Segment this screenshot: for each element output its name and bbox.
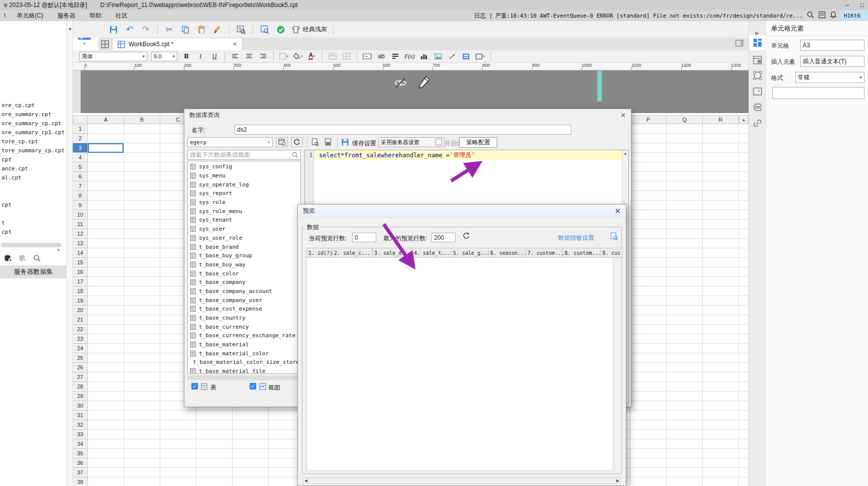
font-family-select[interactable]: 黑体▾ <box>79 52 147 61</box>
preview-column-header[interactable]: 3. sale_d... <box>373 248 412 258</box>
row-header-cell[interactable]: 2 <box>73 134 87 143</box>
row-header-cell[interactable]: 26 <box>73 363 87 372</box>
preview-dialog-close-icon[interactable]: ✕ <box>614 207 621 216</box>
column-header-cell[interactable]: A <box>88 116 124 124</box>
menu-cell[interactable]: 单元格(C) <box>10 10 50 21</box>
table-list-item[interactable]: t_base_company <box>188 278 300 287</box>
column-header-cell[interactable]: Q <box>667 116 703 124</box>
maximize-button[interactable]: □ <box>860 2 864 9</box>
row-header-cell[interactable]: 35 <box>73 449 87 458</box>
cache-save-icon[interactable] <box>339 137 351 147</box>
italic-button[interactable]: I <box>195 51 205 61</box>
table-list-item[interactable]: t_base_buy_group <box>188 251 300 260</box>
menu-help[interactable]: 帮助 <box>82 10 108 21</box>
minimize-button[interactable]: – <box>846 2 849 9</box>
rich-text-icon[interactable] <box>390 51 400 61</box>
validate-check-icon[interactable] <box>275 24 286 35</box>
row-header-cell[interactable]: 21 <box>73 315 87 325</box>
cut-icon[interactable]: ✂ <box>164 24 175 35</box>
row-header-cell[interactable]: 16 <box>73 267 87 277</box>
template-file-item[interactable] <box>0 210 64 219</box>
sql-file-icon[interactable]: SQL <box>322 137 334 147</box>
cell-ref-input[interactable]: A3 <box>800 40 864 51</box>
table-list-item[interactable]: t_base_country <box>188 314 300 323</box>
table-list-item[interactable]: sys_user <box>188 225 300 234</box>
row-header-cell[interactable]: 9 <box>73 201 87 210</box>
template-file-item[interactable] <box>0 182 64 191</box>
row-header-cell[interactable]: 33 <box>73 430 87 439</box>
table-list-item[interactable]: t_base_buy_way <box>188 260 300 269</box>
table-list-item[interactable]: sys_menu <box>188 171 300 180</box>
cell-content-input[interactable] <box>772 87 864 99</box>
widget-settings-tab-icon[interactable] <box>749 84 766 99</box>
template-file-item[interactable]: t <box>0 219 64 228</box>
template-file-item[interactable]: cpt <box>0 201 64 210</box>
table-list-item[interactable]: t_base_material_file <box>188 367 300 374</box>
new-grid-icon[interactable] <box>98 38 112 50</box>
table-list-item[interactable]: t_base_company_account <box>188 287 300 296</box>
row-header-cell[interactable]: 11 <box>73 220 87 229</box>
dataset-remove-icon[interactable] <box>19 254 27 264</box>
template-file-item[interactable]: tore_cp.cpt <box>0 137 64 146</box>
column-header-cell[interactable]: B <box>124 116 160 124</box>
preview-column-header[interactable]: 6. season... <box>489 248 526 258</box>
theme-selector[interactable]: 经典浅灰 <box>291 25 327 34</box>
table-list-item[interactable]: sys_report <box>188 189 300 198</box>
row-header-cell[interactable]: 10 <box>73 210 87 220</box>
formula-button[interactable]: F(x) <box>404 51 415 61</box>
template-file-item[interactable]: ore_summary.cpt <box>0 110 64 119</box>
row-header-cell[interactable]: 3 <box>73 143 87 153</box>
row-header-cell[interactable]: 17 <box>73 277 87 286</box>
row-header-cell[interactable]: 19 <box>73 296 87 306</box>
connection-select[interactable]: egerp▾ <box>187 137 273 147</box>
condition-attributes-tab-icon[interactable] <box>749 100 766 115</box>
search-icon[interactable] <box>807 11 814 20</box>
table-list-item[interactable]: t_base_material_color_size_storeb <box>188 358 300 367</box>
current-rows-input[interactable]: 0 <box>352 233 376 242</box>
template-file-item[interactable]: cpt <box>0 155 64 164</box>
hide-eye-icon[interactable] <box>393 76 407 91</box>
preview-hscrollbar[interactable]: ◀ ▶ <box>303 477 621 484</box>
template-file-item[interactable] <box>0 191 64 201</box>
shape-select[interactable]: ▾ <box>475 51 485 61</box>
masking-doc-icon[interactable] <box>610 232 618 242</box>
views-checkbox[interactable]: ✓ <box>250 383 256 390</box>
table-list-item[interactable]: t_base_cost_expense <box>188 305 300 314</box>
server-dataset-label[interactable]: 服务器数据集 <box>0 265 67 278</box>
column-scroll-up-icon[interactable]: ▲ <box>739 115 748 124</box>
query-dialog-titlebar[interactable]: 数据库查询 ✕ <box>184 109 631 121</box>
row-header-cell[interactable]: 12 <box>73 229 87 239</box>
row-header-cell[interactable]: 23 <box>73 334 87 344</box>
row-header-cell[interactable]: 28 <box>73 382 87 392</box>
text-element-button[interactable]: ab <box>376 51 386 61</box>
preview-column-header[interactable]: 5. sale_g... <box>452 248 489 258</box>
row-header-cell[interactable]: 13 <box>73 239 87 248</box>
bell-icon[interactable] <box>830 11 837 20</box>
row-header-cell[interactable]: 8 <box>73 191 87 201</box>
design-canvas[interactable] <box>73 70 748 113</box>
row-header-cell[interactable]: 24 <box>73 344 87 353</box>
align-center-icon[interactable] <box>244 51 254 61</box>
dataset-search-icon[interactable] <box>33 254 41 264</box>
bold-button[interactable]: B <box>181 51 191 61</box>
line-tool-icon[interactable] <box>447 51 457 61</box>
row-header-cell[interactable]: 14 <box>73 248 87 258</box>
strategy-config-button[interactable]: 策略配置 <box>459 137 497 148</box>
row-header-cell[interactable]: 34 <box>73 439 87 449</box>
user-badge[interactable]: H1Kt6 <box>841 10 868 21</box>
row-header-cell[interactable]: 5 <box>73 162 87 172</box>
log-label[interactable]: 日志 <box>474 12 486 20</box>
table-search-input[interactable]: 搜索下方数据表或视图 <box>187 150 301 160</box>
menu-community[interactable]: 社区 <box>108 10 135 21</box>
tab-close-icon[interactable]: ✕ <box>232 41 237 48</box>
table-list-item[interactable]: sys_tenant <box>188 216 300 225</box>
table-list-item[interactable]: t_base_material_color <box>188 349 300 358</box>
edit-pencil-icon[interactable] <box>418 75 431 91</box>
column-header-cell[interactable]: P <box>630 116 667 124</box>
row-header-cell[interactable]: 31 <box>73 411 87 420</box>
table-list-item[interactable]: sys_role_menu <box>188 207 300 216</box>
find-replace-icon[interactable]: T <box>236 24 247 35</box>
table-list-item[interactable]: t_base_brand <box>188 242 300 251</box>
hyperlink-tab-icon[interactable] <box>749 116 766 131</box>
insert-element-select[interactable]: 插入普通文本(T) <box>800 56 864 67</box>
